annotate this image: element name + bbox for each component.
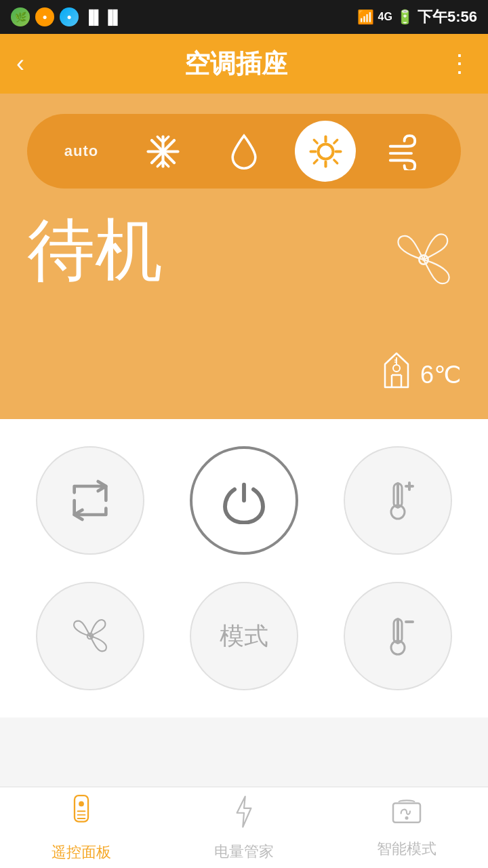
thermometer-house-icon xyxy=(380,351,413,399)
clock: 下午5:56 xyxy=(418,7,477,27)
main-display: auto xyxy=(0,94,488,419)
svg-line-16 xyxy=(314,159,317,163)
app-icon-2: ● xyxy=(35,7,54,26)
control-grid: 模式 xyxy=(0,419,488,717)
nav-energy[interactable]: 电量管家 xyxy=(163,794,325,862)
nav-remote[interactable]: 遥控面板 xyxy=(0,793,163,863)
energy-icon xyxy=(231,794,257,836)
barcode-icon: ▐▌▐▌ xyxy=(84,9,123,25)
mode-button[interactable]: 模式 xyxy=(190,582,298,690)
mode-heat[interactable] xyxy=(295,121,356,182)
svg-point-37 xyxy=(79,801,84,806)
svg-line-13 xyxy=(314,140,317,143)
status-bar: 🌿 ● ● ▐▌▐▌ 📶 4G 🔋 下午5:56 xyxy=(0,0,488,34)
temp-up-icon xyxy=(374,477,422,524)
menu-button[interactable]: ⋮ xyxy=(447,50,472,78)
status-bar-right: 📶 4G 🔋 下午5:56 xyxy=(357,7,477,27)
switch-icon xyxy=(66,477,114,524)
app-icon-3: ● xyxy=(60,7,79,26)
status-section: 待机 xyxy=(27,216,461,311)
sun-icon xyxy=(307,133,344,170)
temperature-value: 6℃ xyxy=(420,361,461,389)
status-bar-left: 🌿 ● ● ▐▌▐▌ xyxy=(11,7,123,26)
mode-cool[interactable] xyxy=(132,121,193,182)
svg-rect-36 xyxy=(75,795,88,822)
switch-mode-button[interactable] xyxy=(36,446,144,555)
mode-selector: auto xyxy=(27,114,461,189)
fan-display-icon xyxy=(386,222,461,311)
temp-down-button[interactable] xyxy=(344,582,452,690)
app-header: ‹ 空调插座 ⋮ xyxy=(0,34,488,94)
bottom-navigation: 遥控面板 电量管家 智能模式 xyxy=(0,787,488,868)
nav-remote-label: 遥控面板 xyxy=(52,842,111,863)
fan-icon xyxy=(66,612,114,660)
svg-line-14 xyxy=(333,159,337,163)
smart-icon xyxy=(390,797,424,833)
svg-point-42 xyxy=(405,816,409,819)
nav-smart[interactable]: 智能模式 xyxy=(325,797,488,859)
fan-speed-button[interactable] xyxy=(36,582,144,690)
mode-dry[interactable] xyxy=(214,121,274,182)
svg-point-22 xyxy=(393,365,400,372)
snowflake-icon xyxy=(144,133,182,170)
droplet-icon xyxy=(227,131,261,172)
battery-icon: 🔋 xyxy=(396,9,413,25)
wind-icon xyxy=(385,133,429,170)
page-title: 空调插座 xyxy=(24,47,447,81)
signal-icon: 4G xyxy=(378,11,392,23)
wifi-icon: 📶 xyxy=(357,9,374,25)
app-icon-1: 🌿 xyxy=(11,7,30,26)
mode-wind[interactable] xyxy=(376,121,437,182)
mode-auto[interactable]: auto xyxy=(51,121,112,182)
nav-energy-label: 电量管家 xyxy=(214,842,274,862)
svg-point-8 xyxy=(318,144,333,159)
power-button[interactable] xyxy=(190,446,298,555)
status-text: 待机 xyxy=(27,216,163,283)
nav-smart-label: 智能模式 xyxy=(377,839,436,859)
remote-icon xyxy=(66,793,96,837)
temp-down-icon xyxy=(374,612,422,660)
power-icon xyxy=(220,477,268,524)
temp-up-button[interactable] xyxy=(344,446,452,555)
back-button[interactable]: ‹ xyxy=(16,50,24,78)
svg-line-15 xyxy=(333,140,337,143)
temperature-display: 6℃ xyxy=(380,351,461,399)
